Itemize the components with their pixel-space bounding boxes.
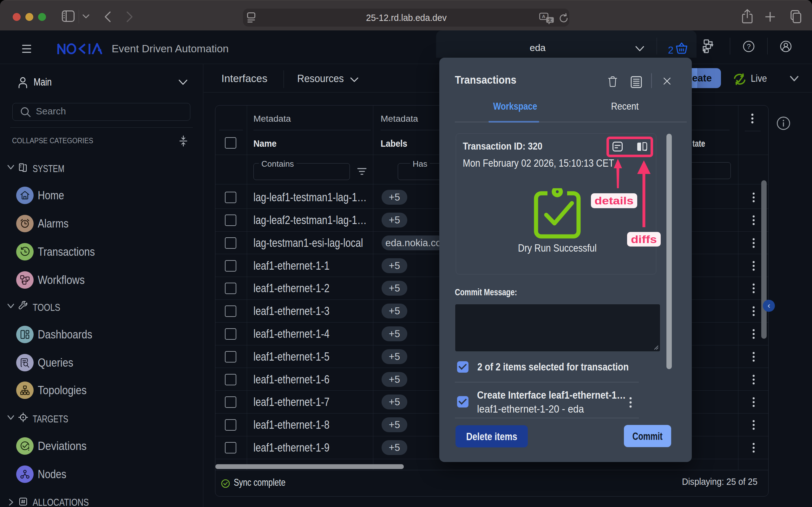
svg-text:文: 文	[548, 18, 552, 22]
svg-text:A: A	[542, 14, 546, 19]
svg-text:?: ?	[747, 43, 751, 50]
